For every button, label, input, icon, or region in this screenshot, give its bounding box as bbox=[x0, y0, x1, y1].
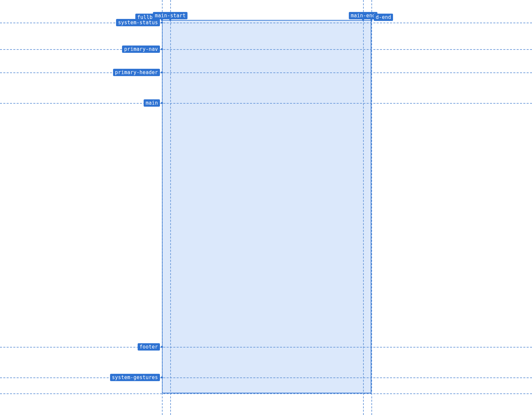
row-tick-footer bbox=[161, 346, 163, 348]
row-primary-header bbox=[0, 72, 532, 73]
row-system-gestures bbox=[0, 377, 532, 378]
row-tick-primary-header bbox=[161, 71, 163, 73]
grid-diagram: main-start main-end fullb d-end system-s… bbox=[0, 0, 532, 415]
row-label-system-status: system-status bbox=[116, 19, 160, 26]
row-tick-main bbox=[161, 102, 163, 104]
col-tick-main-end bbox=[362, 19, 364, 21]
row-tick-system-status bbox=[161, 22, 163, 24]
col-main-end bbox=[363, 0, 364, 415]
col-fullbleed-start bbox=[162, 0, 163, 415]
row-primary-nav bbox=[0, 49, 532, 50]
row-tick-system-gestures bbox=[161, 376, 163, 378]
row-footer bbox=[0, 347, 532, 348]
col-tick-main-start bbox=[169, 19, 171, 21]
row-label-system-gestures: system-gestures bbox=[110, 374, 160, 381]
col-main-start bbox=[170, 0, 171, 415]
row-label-primary-nav: primary-nav bbox=[122, 46, 160, 53]
col-label-main-start: main-start bbox=[153, 12, 188, 19]
col-tick-fullbleed-start bbox=[161, 19, 163, 21]
col-label-main-end: main-end bbox=[349, 12, 377, 19]
row-label-main: main bbox=[144, 99, 160, 107]
row-bottom bbox=[0, 393, 532, 394]
row-tick-primary-nav bbox=[161, 48, 163, 50]
col-label-fullbleed-end-fragment: d-end bbox=[374, 14, 393, 21]
col-tick-fullbleed-end bbox=[370, 19, 372, 21]
col-fullbleed-end bbox=[371, 0, 372, 415]
row-label-primary-header: primary-header bbox=[113, 69, 160, 76]
row-system-status bbox=[0, 23, 532, 23]
layout-frame bbox=[162, 20, 371, 393]
row-label-footer: footer bbox=[138, 343, 160, 351]
row-main bbox=[0, 103, 532, 104]
